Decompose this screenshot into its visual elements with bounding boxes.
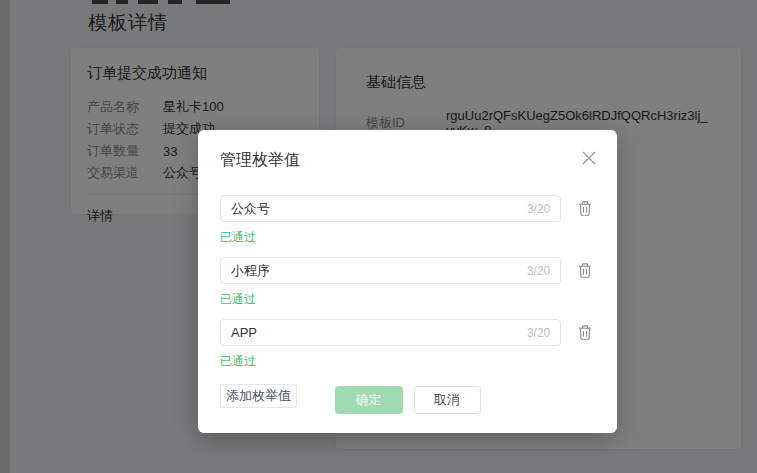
- enum-value-input-wrapper: 3/20: [220, 319, 561, 346]
- page: 模板详情 订单提交成功通知 产品名称 星礼卡100 订单状态 提交成功 订单数量…: [0, 0, 757, 473]
- delete-enum-button[interactable]: [575, 199, 595, 219]
- manage-enum-modal: 管理枚举值 3/20: [198, 130, 617, 433]
- enum-status: 已通过: [220, 291, 595, 308]
- char-counter: 3/20: [527, 326, 550, 340]
- enum-row: 3/20: [220, 319, 595, 346]
- enum-value-input[interactable]: [231, 263, 519, 278]
- confirm-button[interactable]: 确定: [335, 386, 403, 414]
- delete-enum-button[interactable]: [575, 261, 595, 281]
- close-button[interactable]: [575, 144, 603, 172]
- enum-value-input[interactable]: [231, 325, 519, 340]
- trash-icon: [577, 200, 593, 217]
- enum-row: 3/20: [220, 257, 595, 284]
- close-icon: [579, 148, 599, 168]
- trash-icon: [577, 262, 593, 279]
- char-counter: 3/20: [527, 202, 550, 216]
- trash-icon: [577, 324, 593, 341]
- enum-value-input-wrapper: 3/20: [220, 195, 561, 222]
- enum-list: 3/20 已通过: [220, 195, 595, 408]
- char-counter: 3/20: [527, 264, 550, 278]
- cancel-button[interactable]: 取消: [414, 386, 481, 414]
- enum-value-input[interactable]: [231, 201, 519, 216]
- enum-row: 3/20: [220, 195, 595, 222]
- modal-title: 管理枚举值: [220, 150, 595, 171]
- delete-enum-button[interactable]: [575, 323, 595, 343]
- enum-value-input-wrapper: 3/20: [220, 257, 561, 284]
- modal-footer: 确定 取消: [198, 386, 617, 414]
- enum-status: 已通过: [220, 229, 595, 246]
- enum-status: 已通过: [220, 353, 595, 370]
